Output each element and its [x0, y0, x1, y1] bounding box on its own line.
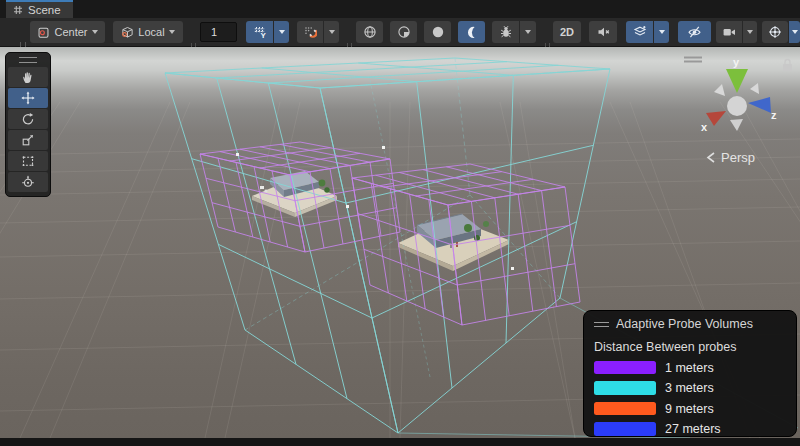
- lighting-quadrant-icon: [397, 25, 411, 39]
- projection-toggle[interactable]: Persp: [708, 150, 755, 165]
- moon-icon: [465, 25, 479, 39]
- orientation-label: Local: [138, 26, 164, 38]
- z-axis-cone: [748, 97, 771, 113]
- building-model-left[interactable]: [252, 171, 337, 217]
- legend-row: 3 meters: [594, 381, 786, 395]
- grid-snap-icon: Y: [253, 25, 267, 39]
- 2d-label: 2D: [560, 26, 574, 38]
- x-axis-cone: [706, 111, 726, 126]
- snap-increment-button[interactable]: [297, 21, 323, 43]
- effects-dropdown[interactable]: [654, 21, 669, 43]
- legend-row: 9 meters: [594, 402, 786, 416]
- tool-scale[interactable]: [8, 130, 48, 150]
- negative-axis-cone: [730, 119, 743, 131]
- pivot-dropdown[interactable]: Center: [30, 21, 105, 43]
- camera-dropdown[interactable]: [743, 21, 757, 43]
- legend-subtitle: Distance Between probes: [594, 340, 786, 354]
- chevron-down-icon: [792, 30, 798, 34]
- chevron-down-icon: [169, 30, 175, 34]
- tab-label: Scene: [28, 4, 61, 16]
- grid-visibility-button[interactable]: Y: [246, 21, 273, 43]
- tool-hand[interactable]: [8, 67, 48, 87]
- draw-mode-toggle[interactable]: [356, 21, 383, 43]
- tab-scene[interactable]: Scene: [6, 0, 73, 18]
- lock-icon[interactable]: [783, 60, 792, 72]
- chevron-down-icon: [279, 30, 285, 34]
- grid-axis-dropdown[interactable]: [274, 21, 289, 43]
- pivot-center-icon: [37, 26, 50, 39]
- tool-move[interactable]: [8, 88, 48, 108]
- negative-axis-cone: [714, 84, 725, 96]
- tab-bar: Scene: [0, 0, 800, 18]
- orientation-dropdown[interactable]: Local: [113, 21, 183, 43]
- chevron-down-icon: [525, 30, 531, 34]
- overlay-drag-handle[interactable]: [594, 322, 609, 327]
- swatch-27m: [594, 422, 656, 436]
- light-probe-toggle[interactable]: [424, 21, 451, 43]
- grid-size-input[interactable]: [200, 22, 237, 42]
- tool-transform[interactable]: [8, 172, 48, 192]
- lighting-moon-toggle[interactable]: [458, 21, 485, 43]
- legend-label: 27 meters: [665, 422, 721, 436]
- audio-mute-icon: [596, 25, 611, 39]
- projection-label: Persp: [721, 150, 755, 165]
- swatch-9m: [594, 402, 656, 416]
- eye-slash-icon: [687, 25, 702, 39]
- snap-settings-dropdown[interactable]: [324, 21, 339, 43]
- debug-dropdown[interactable]: [520, 21, 536, 43]
- unity-scene-view: Scene Center Local Y: [0, 0, 800, 446]
- light-circle-icon: [431, 25, 445, 39]
- chevron-down-icon: [92, 30, 98, 34]
- y-axis-label: y: [733, 56, 740, 68]
- building-model-right[interactable]: [398, 214, 509, 271]
- tool-rect[interactable]: [8, 151, 48, 171]
- chevron-left-icon: [708, 153, 714, 162]
- tool-rotate[interactable]: [8, 109, 48, 129]
- effects-icon: [633, 25, 647, 39]
- y-axis-cone: [726, 69, 748, 93]
- transform-icon: [21, 175, 35, 189]
- gizmos-icon: [768, 25, 782, 39]
- scene-toolbar: Center Local Y: [0, 18, 800, 47]
- legend-label: 9 meters: [665, 402, 714, 416]
- audio-toggle[interactable]: [589, 21, 617, 43]
- camera-button[interactable]: [716, 21, 742, 43]
- rect-tool-icon: [21, 154, 35, 168]
- swatch-3m: [594, 381, 656, 395]
- chevron-down-icon: [747, 30, 753, 34]
- scene-lighting-toggle[interactable]: [390, 21, 417, 43]
- chevron-down-icon: [659, 30, 665, 34]
- legend-row: 1 meters: [594, 361, 786, 375]
- window-bottom-edge: [0, 438, 800, 446]
- legend-title: Adaptive Probe Volumes: [616, 317, 753, 331]
- effects-toggle[interactable]: [626, 21, 653, 43]
- scale-icon: [21, 133, 35, 147]
- overlay-drag-handle: [684, 58, 702, 62]
- chevron-down-icon: [329, 30, 335, 34]
- grid-tab-icon: [13, 5, 23, 15]
- cube-local-icon: [121, 26, 134, 39]
- legend-row: 27 meters: [594, 422, 786, 436]
- svg-text:Y: Y: [260, 31, 266, 39]
- bug-icon: [499, 25, 513, 39]
- camera-icon: [722, 25, 736, 39]
- gizmo-cube: [727, 96, 747, 116]
- tools-overlay: [5, 52, 51, 197]
- x-axis-label: x: [701, 121, 708, 133]
- scene-visibility-toggle[interactable]: [678, 21, 711, 43]
- pivot-label: Center: [54, 26, 87, 38]
- legend-label: 3 meters: [665, 381, 714, 395]
- hand-icon: [21, 70, 35, 84]
- gizmos-dropdown[interactable]: [789, 21, 800, 43]
- swatch-1m: [594, 361, 656, 375]
- legend-label: 1 meters: [665, 361, 714, 375]
- overlay-drag-handle[interactable]: [19, 57, 37, 63]
- debug-toggle[interactable]: [492, 21, 519, 43]
- negative-axis-cone: [750, 83, 759, 94]
- gizmos-toggle[interactable]: [762, 21, 788, 43]
- orientation-gizmo[interactable]: y x z: [684, 56, 777, 133]
- move-icon: [21, 91, 35, 105]
- z-axis-label: z: [771, 109, 777, 121]
- wireframe-globe-icon: [363, 25, 377, 39]
- 2d-toggle[interactable]: 2D: [553, 21, 581, 43]
